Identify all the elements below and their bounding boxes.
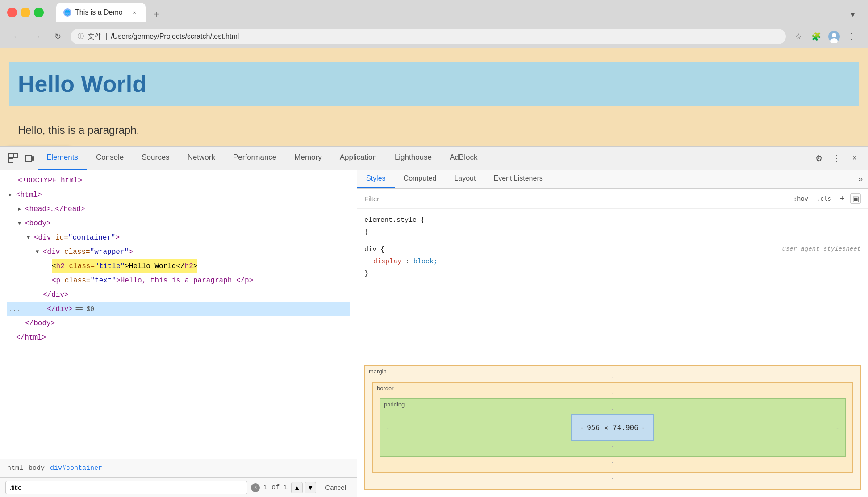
svg-point-1 [832,33,836,37]
devtools-body: <!DOCTYPE html> ▶ <html> ▶ <head>…</head… [0,170,868,497]
forward-button[interactable]: → [29,29,45,44]
dom-content: <!DOCTYPE html> ▶ <html> ▶ <head>…</head… [0,170,357,459]
svg-rect-6 [25,155,32,162]
address-input[interactable]: ⓘ 文件 | /Users/germey/Projects/scratch/te… [71,29,786,44]
address-prefix: 文件 [88,32,102,41]
info-icon: ⓘ [78,33,84,41]
traffic-lights [7,8,44,17]
dom-line-html[interactable]: ▶ <html> [7,188,350,202]
tab-sources[interactable]: Sources [133,147,178,170]
search-cancel-button[interactable]: Cancel [320,482,351,493]
devtools-tabs: Elements Console Sources Network Perform… [38,147,811,170]
tab-adblock[interactable]: AdBlock [441,147,486,170]
box-left-dash: - [387,424,389,431]
svg-rect-7 [32,157,34,160]
maximize-button[interactable] [34,8,44,17]
minimize-button[interactable] [21,8,30,17]
search-input[interactable] [5,481,247,494]
device-toggle-icon[interactable] [21,150,38,166]
tab-elements[interactable]: Elements [38,147,87,170]
css-rule-element-style: element.style { } [364,214,861,238]
margin-label: margin [369,368,387,375]
devtools-close-button[interactable]: × [847,150,863,166]
tab-bar: 🌐 This is a Demo × + ▾ [56,3,861,22]
cls-filter-button[interactable]: .cls [814,194,834,203]
active-tab[interactable]: 🌐 This is a Demo × [56,3,146,22]
box-margin: margin - border - padding - - [365,366,860,489]
dom-line-p[interactable]: ▶ <p class="text">Hello, this is a parag… [7,273,350,288]
dom-line-head[interactable]: ▶ <head>…</head> [7,202,350,216]
dom-line-doctype: <!DOCTYPE html> [7,174,350,188]
styles-tab-event-listeners[interactable]: Event Listeners [484,170,551,188]
new-tab-button[interactable]: + [148,6,164,22]
styles-tab-computed[interactable]: Computed [395,170,446,188]
dom-line-close-div-wrapper: ▶ </div> [7,288,350,302]
dom-search-bar: × 1 of 1 ▲ ▼ Cancel [0,477,357,497]
box-content-size: 956 × 74.906 [587,423,638,432]
svg-rect-5 [9,159,13,163]
styles-panel: Styles Computed Layout Event Listeners »… [357,170,868,497]
hov-filter-button[interactable]: :hov [791,194,811,203]
tab-title: This is a Demo [75,8,127,17]
address-url: /Users/germey/Projects/scratch/test.html [111,33,239,41]
dom-line-div-wrapper[interactable]: ▼ <div class="wrapper"> [7,245,350,259]
styles-tab-styles[interactable]: Styles [357,170,395,188]
devtools-right-icons: ⚙ ⋮ × [811,150,863,166]
page-content-inner: Hello World [0,48,868,120]
tab-lighthouse[interactable]: Lighthouse [386,147,441,170]
dom-line-close-body: ▶ </body> [7,316,350,331]
dom-line-close-div-container-selected[interactable]: ... ▶ </div> == $0 [7,302,350,316]
page-heading: Hello World [9,62,859,106]
toolbar-icons: ☆ 🧩 ⋮ [791,29,859,44]
box-border: border - padding - - - 956 × 74.906 [372,382,853,473]
padding-label: padding [384,401,405,408]
styles-tabs: Styles Computed Layout Event Listeners » [357,170,868,189]
box-model: margin - border - padding - - [364,365,861,490]
tab-network[interactable]: Network [179,147,224,170]
tab-memory[interactable]: Memory [285,147,330,170]
address-separator: | [105,33,107,41]
search-prev-button[interactable]: ▲ [291,482,303,493]
page-paragraph: Hello, this is a paragraph. [9,115,148,145]
search-count: 1 of 1 [263,484,288,491]
dom-line-h2[interactable]: ▶ <h2 class="title">Hello World</h2> [7,259,350,273]
reload-button[interactable]: ↻ [50,29,65,44]
styles-tab-layout[interactable]: Layout [445,170,484,188]
filter-buttons: :hov .cls + ▣ [791,193,861,204]
extension-button[interactable]: 🧩 [809,29,823,44]
filter-sidebar-button[interactable]: ▣ [850,193,861,204]
breadcrumb-container[interactable]: div#container [50,464,102,472]
tab-performance[interactable]: Performance [224,147,285,170]
styles-tabs-more[interactable]: » [853,170,868,188]
title-bar: 🌐 This is a Demo × + ▾ [0,0,868,25]
filter-bar: :hov .cls + ▣ [357,189,868,209]
search-next-button[interactable]: ▼ [305,482,316,493]
address-bar: ← → ↻ ⓘ 文件 | /Users/germey/Projects/scra… [0,25,868,48]
svg-rect-3 [9,154,13,158]
breadcrumb-html[interactable]: html [7,464,23,472]
dom-line-div-container[interactable]: ▼ <div id="container"> [7,231,350,245]
box-padding: padding - - - 956 × 74.906 - - [380,398,846,457]
dom-line-body[interactable]: ▼ <body> [7,216,350,231]
back-button[interactable]: ← [9,29,24,44]
filter-input[interactable] [364,192,787,205]
tab-dropdown-button[interactable]: ▾ [845,6,861,22]
tab-close-button[interactable]: × [130,8,138,17]
tab-console[interactable]: Console [87,147,133,170]
devtools-topbar: Elements Console Sources Network Perform… [0,147,868,170]
devtools-settings-button[interactable]: ⚙ [811,150,827,166]
box-right-dash: - [836,424,839,431]
box-content: - 956 × 74.906 - [571,414,655,441]
dom-breadcrumb: html body div#container [0,459,357,477]
breadcrumb-body[interactable]: body [29,464,45,472]
tab-application[interactable]: Application [331,147,386,170]
dom-panel: <!DOCTYPE html> ▶ <html> ▶ <head>…</head… [0,170,357,497]
add-rule-button[interactable]: + [837,193,847,204]
browser-menu-button[interactable]: ⋮ [845,29,859,44]
profile-button[interactable] [827,29,841,44]
close-button[interactable] [7,8,17,17]
devtools-more-button[interactable]: ⋮ [829,150,845,166]
inspector-icon[interactable] [5,150,21,166]
search-clear-button[interactable]: × [251,483,260,492]
bookmark-button[interactable]: ☆ [791,29,805,44]
